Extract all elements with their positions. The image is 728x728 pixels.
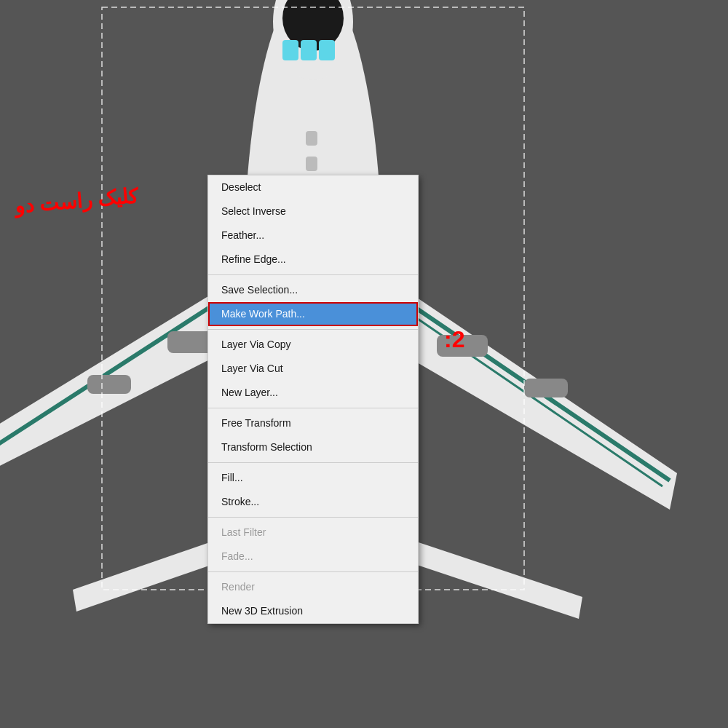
menu-item-free-transform[interactable]: Free Transform [208,411,418,435]
svg-rect-6 [319,40,335,60]
menu-item-new-layer[interactable]: New Layer... [208,381,418,405]
menu-item-save-selection[interactable]: Save Selection... [208,278,418,302]
menu-item-stroke[interactable]: Stroke... [208,490,418,514]
menu-item-new-3d-extrusion[interactable]: New 3D Extrusion [208,599,418,623]
separator-5 [208,517,418,518]
menu-item-layer-via-cut[interactable]: Layer Via Cut [208,357,418,381]
menu-item-fade: Fade... [208,545,418,569]
menu-item-refine-edge[interactable]: Refine Edge... [208,248,418,272]
menu-item-feather[interactable]: Feather... [208,223,418,248]
svg-rect-19 [306,157,317,171]
separator-4 [208,462,418,463]
menu-item-last-filter: Last Filter [208,521,418,545]
separator-2 [208,329,418,330]
menu-item-fill[interactable]: Fill... [208,466,418,490]
separator-1 [208,274,418,275]
context-menu: Deselect Select Inverse Feather... Refin… [207,175,419,624]
svg-rect-5 [301,40,317,60]
menu-item-make-work-path[interactable]: Make Work Path... [208,302,418,326]
menu-item-render: Render [208,575,418,599]
menu-item-select-inverse[interactable]: Select Inverse [208,199,418,223]
svg-rect-17 [87,375,131,394]
menu-item-deselect[interactable]: Deselect [208,175,418,199]
separator-3 [208,408,418,408]
separator-6 [208,571,418,572]
svg-rect-18 [306,131,317,146]
menu-item-layer-via-copy[interactable]: Layer Via Copy [208,333,418,357]
step2-label: :2 [444,326,464,353]
menu-item-transform-selection[interactable]: Transform Selection [208,435,418,459]
svg-rect-4 [282,40,298,60]
svg-rect-15 [524,379,568,397]
